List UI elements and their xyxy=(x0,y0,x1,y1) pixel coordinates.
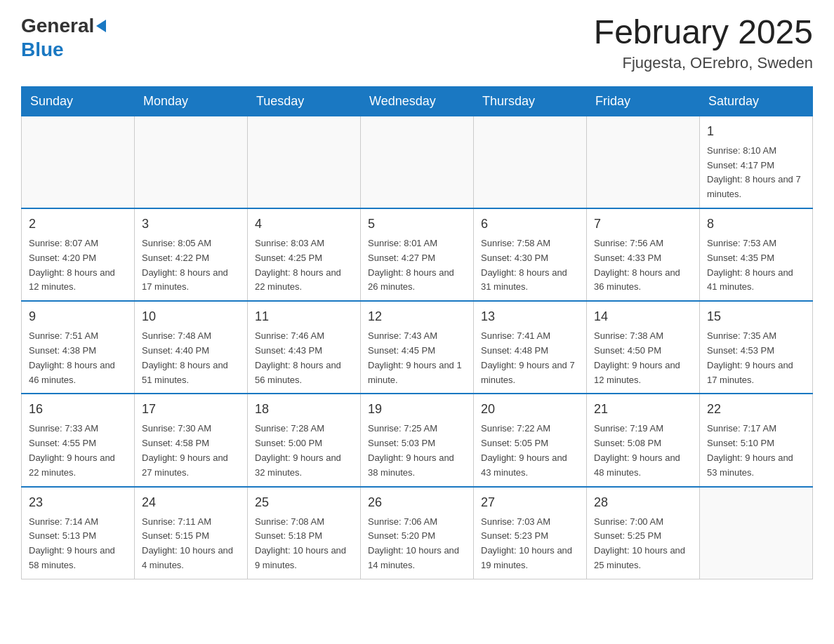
calendar-day-cell: 15Sunrise: 7:35 AM Sunset: 4:53 PM Dayli… xyxy=(700,301,813,394)
calendar-day-cell xyxy=(361,116,474,208)
calendar-week-row: 16Sunrise: 7:33 AM Sunset: 4:55 PM Dayli… xyxy=(22,394,813,486)
day-number: 5 xyxy=(368,215,466,234)
calendar-day-cell: 24Sunrise: 7:11 AM Sunset: 5:15 PM Dayli… xyxy=(135,487,248,579)
day-number: 17 xyxy=(142,400,240,419)
weekday-header-row: SundayMondayTuesdayWednesdayThursdayFrid… xyxy=(22,86,813,116)
title-block: February 2025 Fjugesta, OErebro, Sweden xyxy=(594,14,813,72)
day-info: Sunrise: 8:07 AM Sunset: 4:20 PM Dayligh… xyxy=(29,236,127,295)
day-info: Sunrise: 8:03 AM Sunset: 4:25 PM Dayligh… xyxy=(255,236,353,295)
weekday-header-tuesday: Tuesday xyxy=(248,86,361,116)
logo: General Blue xyxy=(21,14,106,61)
day-number: 4 xyxy=(255,215,353,234)
logo-general: General xyxy=(21,14,94,38)
page-header: General Blue February 2025 Fjugesta, OEr… xyxy=(21,14,813,72)
calendar-day-cell: 1Sunrise: 8:10 AM Sunset: 4:17 PM Daylig… xyxy=(700,116,813,208)
day-info: Sunrise: 7:14 AM Sunset: 5:13 PM Dayligh… xyxy=(29,515,127,573)
calendar-day-cell: 26Sunrise: 7:06 AM Sunset: 5:20 PM Dayli… xyxy=(361,487,474,579)
calendar-day-cell: 18Sunrise: 7:28 AM Sunset: 5:00 PM Dayli… xyxy=(248,394,361,486)
day-number: 21 xyxy=(594,400,692,419)
day-number: 24 xyxy=(142,493,240,512)
day-info: Sunrise: 7:19 AM Sunset: 5:08 PM Dayligh… xyxy=(594,422,692,480)
day-number: 26 xyxy=(368,493,466,512)
month-title: February 2025 xyxy=(594,14,813,51)
calendar-day-cell: 25Sunrise: 7:08 AM Sunset: 5:18 PM Dayli… xyxy=(248,487,361,579)
day-number: 7 xyxy=(594,215,692,234)
day-number: 19 xyxy=(368,400,466,419)
day-number: 11 xyxy=(255,307,353,326)
day-info: Sunrise: 7:11 AM Sunset: 5:15 PM Dayligh… xyxy=(142,515,240,573)
calendar-week-row: 23Sunrise: 7:14 AM Sunset: 5:13 PM Dayli… xyxy=(22,487,813,579)
calendar-day-cell: 10Sunrise: 7:48 AM Sunset: 4:40 PM Dayli… xyxy=(135,301,248,394)
weekday-header-saturday: Saturday xyxy=(700,86,813,116)
calendar-day-cell xyxy=(22,116,135,208)
day-info: Sunrise: 7:53 AM Sunset: 4:35 PM Dayligh… xyxy=(707,236,805,295)
calendar-day-cell: 22Sunrise: 7:17 AM Sunset: 5:10 PM Dayli… xyxy=(700,394,813,486)
weekday-header-wednesday: Wednesday xyxy=(361,86,474,116)
calendar-day-cell xyxy=(587,116,700,208)
calendar-day-cell xyxy=(700,487,813,579)
calendar-day-cell xyxy=(474,116,587,208)
calendar-day-cell: 4Sunrise: 8:03 AM Sunset: 4:25 PM Daylig… xyxy=(248,208,361,301)
day-number: 9 xyxy=(29,307,127,326)
calendar-day-cell: 5Sunrise: 8:01 AM Sunset: 4:27 PM Daylig… xyxy=(361,208,474,301)
calendar-day-cell: 16Sunrise: 7:33 AM Sunset: 4:55 PM Dayli… xyxy=(22,394,135,486)
calendar-day-cell: 14Sunrise: 7:38 AM Sunset: 4:50 PM Dayli… xyxy=(587,301,700,394)
day-info: Sunrise: 7:06 AM Sunset: 5:20 PM Dayligh… xyxy=(368,515,466,573)
calendar-day-cell: 20Sunrise: 7:22 AM Sunset: 5:05 PM Dayli… xyxy=(474,394,587,486)
calendar-day-cell: 12Sunrise: 7:43 AM Sunset: 4:45 PM Dayli… xyxy=(361,301,474,394)
day-number: 13 xyxy=(481,307,579,326)
day-number: 1 xyxy=(707,122,805,141)
day-info: Sunrise: 7:46 AM Sunset: 4:43 PM Dayligh… xyxy=(255,329,353,387)
calendar-day-cell: 7Sunrise: 7:56 AM Sunset: 4:33 PM Daylig… xyxy=(587,208,700,301)
day-number: 20 xyxy=(481,400,579,419)
day-info: Sunrise: 7:25 AM Sunset: 5:03 PM Dayligh… xyxy=(368,422,466,480)
weekday-header-sunday: Sunday xyxy=(22,86,135,116)
day-info: Sunrise: 7:35 AM Sunset: 4:53 PM Dayligh… xyxy=(707,329,805,387)
day-info: Sunrise: 8:01 AM Sunset: 4:27 PM Dayligh… xyxy=(368,236,466,295)
calendar-day-cell: 3Sunrise: 8:05 AM Sunset: 4:22 PM Daylig… xyxy=(135,208,248,301)
day-number: 28 xyxy=(594,493,692,512)
calendar-day-cell: 28Sunrise: 7:00 AM Sunset: 5:25 PM Dayli… xyxy=(587,487,700,579)
calendar-day-cell: 2Sunrise: 8:07 AM Sunset: 4:20 PM Daylig… xyxy=(22,208,135,301)
day-number: 16 xyxy=(29,400,127,419)
day-number: 6 xyxy=(481,215,579,234)
day-number: 27 xyxy=(481,493,579,512)
day-number: 18 xyxy=(255,400,353,419)
day-info: Sunrise: 7:00 AM Sunset: 5:25 PM Dayligh… xyxy=(594,515,692,573)
calendar-day-cell: 23Sunrise: 7:14 AM Sunset: 5:13 PM Dayli… xyxy=(22,487,135,579)
day-number: 8 xyxy=(707,215,805,234)
calendar-table: SundayMondayTuesdayWednesdayThursdayFrid… xyxy=(21,86,813,579)
day-info: Sunrise: 7:58 AM Sunset: 4:30 PM Dayligh… xyxy=(481,236,579,295)
day-info: Sunrise: 8:05 AM Sunset: 4:22 PM Dayligh… xyxy=(142,236,240,295)
calendar-week-row: 1Sunrise: 8:10 AM Sunset: 4:17 PM Daylig… xyxy=(22,116,813,208)
day-number: 3 xyxy=(142,215,240,234)
calendar-day-cell xyxy=(135,116,248,208)
calendar-day-cell: 21Sunrise: 7:19 AM Sunset: 5:08 PM Dayli… xyxy=(587,394,700,486)
location: Fjugesta, OErebro, Sweden xyxy=(594,54,813,72)
day-info: Sunrise: 7:38 AM Sunset: 4:50 PM Dayligh… xyxy=(594,329,692,387)
day-info: Sunrise: 7:30 AM Sunset: 4:58 PM Dayligh… xyxy=(142,422,240,480)
calendar-week-row: 9Sunrise: 7:51 AM Sunset: 4:38 PM Daylig… xyxy=(22,301,813,394)
calendar-week-row: 2Sunrise: 8:07 AM Sunset: 4:20 PM Daylig… xyxy=(22,208,813,301)
day-info: Sunrise: 7:08 AM Sunset: 5:18 PM Dayligh… xyxy=(255,515,353,573)
calendar-day-cell: 27Sunrise: 7:03 AM Sunset: 5:23 PM Dayli… xyxy=(474,487,587,579)
calendar-day-cell: 17Sunrise: 7:30 AM Sunset: 4:58 PM Dayli… xyxy=(135,394,248,486)
day-number: 15 xyxy=(707,307,805,326)
calendar-day-cell: 19Sunrise: 7:25 AM Sunset: 5:03 PM Dayli… xyxy=(361,394,474,486)
day-info: Sunrise: 7:41 AM Sunset: 4:48 PM Dayligh… xyxy=(481,329,579,387)
day-number: 12 xyxy=(368,307,466,326)
day-number: 2 xyxy=(29,215,127,234)
day-info: Sunrise: 7:28 AM Sunset: 5:00 PM Dayligh… xyxy=(255,422,353,480)
day-info: Sunrise: 7:33 AM Sunset: 4:55 PM Dayligh… xyxy=(29,422,127,480)
day-number: 10 xyxy=(142,307,240,326)
day-number: 23 xyxy=(29,493,127,512)
day-info: Sunrise: 7:48 AM Sunset: 4:40 PM Dayligh… xyxy=(142,329,240,387)
calendar-day-cell: 13Sunrise: 7:41 AM Sunset: 4:48 PM Dayli… xyxy=(474,301,587,394)
logo-arrow-icon xyxy=(96,20,106,32)
day-info: Sunrise: 7:17 AM Sunset: 5:10 PM Dayligh… xyxy=(707,422,805,480)
day-info: Sunrise: 7:03 AM Sunset: 5:23 PM Dayligh… xyxy=(481,515,579,573)
weekday-header-monday: Monday xyxy=(135,86,248,116)
weekday-header-thursday: Thursday xyxy=(474,86,587,116)
day-info: Sunrise: 7:22 AM Sunset: 5:05 PM Dayligh… xyxy=(481,422,579,480)
day-info: Sunrise: 7:51 AM Sunset: 4:38 PM Dayligh… xyxy=(29,329,127,387)
